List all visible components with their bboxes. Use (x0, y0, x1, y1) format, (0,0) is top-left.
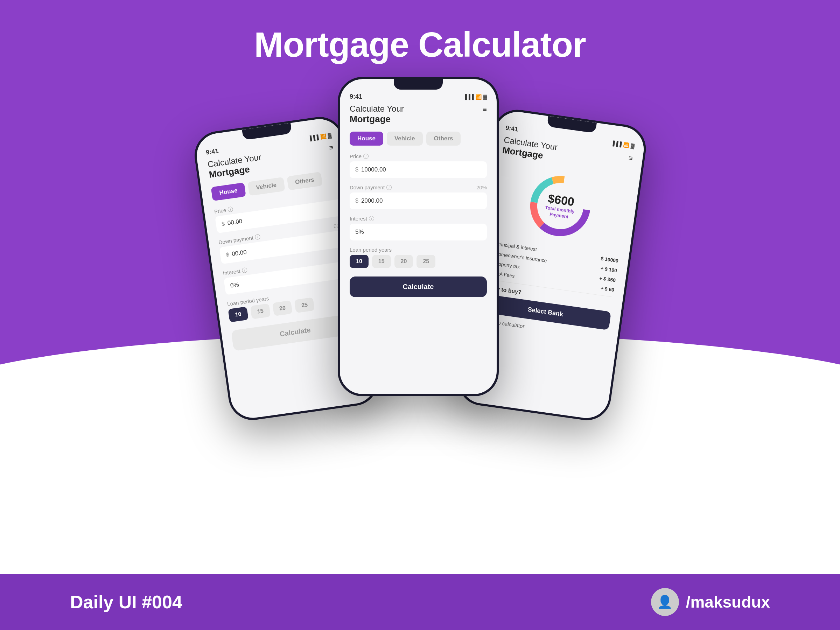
interest-info-icon-2: i (369, 216, 374, 221)
price-input-2[interactable]: $ 10000.00 (350, 161, 487, 178)
wifi-icon: 📶 (320, 133, 327, 139)
phone-1-time: 9:41 (205, 147, 219, 156)
tab-vehicle-1[interactable]: Vehicle (248, 177, 285, 196)
phone-2-tabs: House Vehicle Others (350, 132, 487, 145)
tab-vehicle-2[interactable]: Vehicle (387, 132, 423, 145)
signal-icon-2: ▐▐▐ (463, 94, 474, 100)
interest-value-1: 0% (230, 281, 239, 289)
interest-label-2: Interest i (350, 216, 487, 221)
period-btn-15-2[interactable]: 15 (372, 255, 391, 268)
phone-2-status-icons: ▐▐▐ 📶 ▓ (463, 94, 487, 100)
dp-info-icon-2: i (387, 185, 392, 190)
result-value-0: $ 10000 (600, 256, 619, 264)
period-btn-10-1[interactable]: 10 (228, 306, 248, 322)
signal-icon-3: ▐▐▐ (611, 140, 622, 147)
calculate-btn-2[interactable]: Calculate (350, 276, 487, 297)
interest-input-2[interactable]: 5% (350, 224, 487, 240)
footer-brand: 👤 /maksudux (651, 588, 770, 616)
period-btn-20-1[interactable]: 20 (272, 300, 293, 316)
dp-value-1: 00.00 (231, 248, 247, 257)
down-payment-label-row-2: Down payment i 20% (350, 185, 487, 190)
price-value-1: 00.00 (227, 218, 243, 227)
tab-others-1[interactable]: Others (287, 172, 323, 190)
result-value-2: + $ 350 (599, 275, 616, 283)
phone-2-title-line1: Calculate Your (350, 104, 404, 114)
phone-3-status-icons: ▐▐▐ 📶 ▓ (611, 140, 635, 149)
interest-info-icon-1: i (242, 267, 248, 273)
phone-2-header: Calculate Your Mortgage ≡ (350, 104, 487, 125)
footer: Daily UI #004 👤 /maksudux (0, 574, 840, 630)
price-value-2: 10000.00 (361, 166, 386, 173)
dp-currency-1: $ (226, 251, 229, 258)
brand-name: /maksudux (686, 592, 770, 611)
phone-2-notch (394, 79, 443, 90)
dp-info-icon-1: i (255, 234, 261, 240)
donut-chart: $600 Total monthlyPayment (491, 163, 630, 250)
phone-2-time: 9:41 (350, 93, 362, 101)
battery-icon: ▓ (328, 132, 332, 138)
tab-house-1[interactable]: House (211, 182, 246, 201)
price-info-icon-2: i (363, 154, 369, 159)
phone-2: 9:41 ▐▐▐ 📶 ▓ Calculate Your Mortgage ≡ (338, 77, 499, 396)
dp-currency-2: $ (355, 198, 358, 204)
currency-symbol-1: $ (221, 221, 225, 227)
menu-icon-2[interactable]: ≡ (483, 105, 487, 114)
period-btn-25-1[interactable]: 25 (294, 297, 315, 313)
phone-1-status-icons: ▐▐▐ 📶 ▓ (308, 132, 332, 141)
wifi-icon-2: 📶 (476, 94, 482, 100)
price-info-icon-1: i (227, 207, 234, 212)
loan-period-label-2: Loan period years (350, 247, 487, 253)
phones-container: 9:41 ▐▐▐ 📶 ▓ Calculate Your Mortgage ≡ (0, 77, 840, 417)
wifi-icon-3: 📶 (623, 142, 630, 148)
footer-label: Daily UI #004 (70, 592, 182, 613)
phone-2-title-line2: Mortgage (350, 114, 404, 125)
down-payment-input-2[interactable]: $ 2000.00 (350, 193, 487, 209)
donut-center: $600 Total monthlyPayment (544, 191, 577, 221)
phone-3-time: 9:41 (505, 124, 519, 133)
battery-icon-3: ▓ (631, 143, 635, 149)
tab-others-2[interactable]: Others (426, 132, 461, 145)
phone-2-title: Calculate Your Mortgage (350, 104, 404, 125)
interest-value-2: 5% (355, 229, 364, 235)
period-btn-25-2[interactable]: 25 (417, 255, 436, 268)
dp-value-2: 2000.00 (361, 197, 382, 204)
avatar: 👤 (651, 588, 679, 616)
page-title: Mortgage Calculator (0, 25, 840, 65)
results-list: Principal & interest $ 10000 Homeowner's… (485, 240, 619, 293)
period-btn-10-2[interactable]: 10 (350, 255, 369, 268)
tab-house-2[interactable]: House (350, 132, 383, 145)
price-label-2: Price i (350, 153, 487, 159)
phone-2-content: Calculate Your Mortgage ≡ House Vehicle … (340, 104, 497, 307)
phone-2-screen: 9:41 ▐▐▐ 📶 ▓ Calculate Your Mortgage ≡ (340, 79, 497, 394)
result-value-3: + $ 60 (600, 285, 614, 293)
result-value-1: + $ 100 (600, 266, 617, 273)
period-buttons-2: 10 15 20 25 (350, 255, 487, 268)
period-btn-20-2[interactable]: 20 (395, 255, 413, 268)
period-btn-15-1[interactable]: 15 (250, 303, 271, 319)
menu-icon-3[interactable]: ≡ (628, 154, 633, 163)
menu-icon[interactable]: ≡ (328, 144, 334, 152)
down-payment-pct-2: 20% (476, 185, 487, 190)
currency-symbol-2: $ (355, 167, 358, 173)
battery-icon-2: ▓ (483, 94, 487, 100)
signal-icon: ▐▐▐ (308, 134, 319, 141)
